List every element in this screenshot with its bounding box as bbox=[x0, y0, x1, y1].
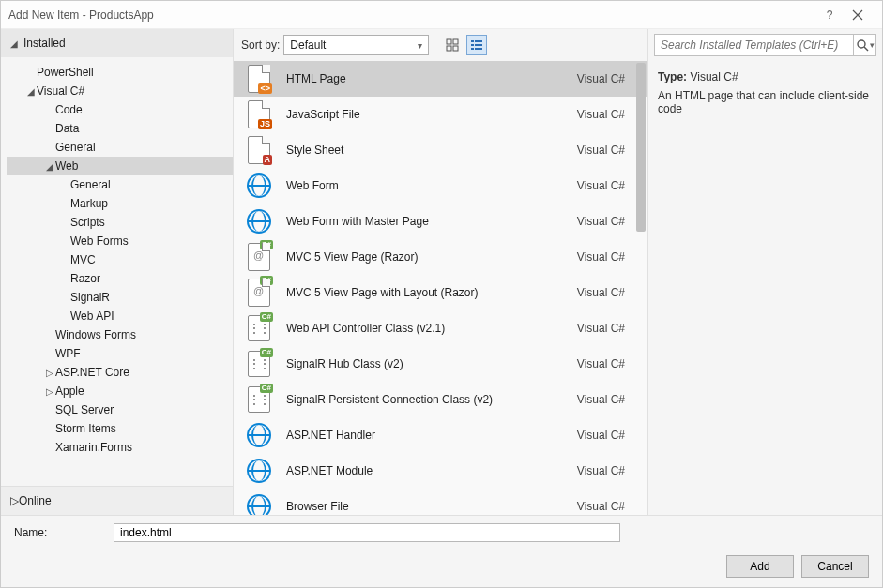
tree-item[interactable]: WPF bbox=[7, 344, 233, 363]
tree-item-label: Markup bbox=[70, 197, 108, 210]
online-header-label: Online bbox=[19, 494, 52, 507]
sort-dropdown[interactable]: Default ▾ bbox=[283, 35, 429, 55]
template-row[interactable]: Web FormVisual C# bbox=[234, 168, 647, 204]
svg-rect-2 bbox=[447, 46, 451, 51]
template-pane: Sort by: Default ▾ <>HTML PageVisual C#J… bbox=[234, 29, 647, 515]
template-row[interactable]: ⋮⋮C#Web API Controller Class (v2.1)Visua… bbox=[234, 310, 647, 346]
template-row[interactable]: <>HTML PageVisual C# bbox=[234, 61, 647, 97]
svg-point-10 bbox=[858, 40, 865, 48]
tree-item-label: General bbox=[70, 178, 111, 191]
sort-label: Sort by: bbox=[241, 38, 280, 52]
template-name: MVC 5 View Page (Razor) bbox=[286, 250, 577, 264]
template-name: Browser File bbox=[286, 500, 577, 513]
online-header[interactable]: ▷ Online bbox=[1, 486, 233, 515]
help-button[interactable]: ? bbox=[818, 8, 841, 22]
tree-item[interactable]: Razor bbox=[7, 269, 233, 288]
tree-item-label: Storm Items bbox=[55, 422, 116, 435]
tree-item[interactable]: PowerShell bbox=[7, 63, 233, 82]
description-pane: Type: Visual C# An HTML page that can in… bbox=[648, 61, 882, 125]
controller-class-icon: ⋮⋮C# bbox=[248, 351, 270, 377]
template-row[interactable]: ASP.NET HandlerVisual C# bbox=[234, 417, 647, 453]
template-row[interactable]: Web Form with Master PageVisual C# bbox=[234, 204, 647, 239]
template-name: SignalR Hub Class (v2) bbox=[286, 357, 577, 370]
svg-rect-1 bbox=[453, 39, 458, 44]
tree-item[interactable]: ▷ASP.NET Core bbox=[7, 363, 233, 382]
tree-item[interactable]: Windows Forms bbox=[7, 325, 233, 344]
tree-item[interactable]: Scripts bbox=[7, 213, 233, 232]
js-file-icon: JS bbox=[248, 100, 270, 128]
search-icon bbox=[856, 38, 869, 52]
view-list-button[interactable] bbox=[466, 35, 487, 55]
cancel-button[interactable]: Cancel bbox=[801, 555, 869, 578]
tree-item[interactable]: Markup bbox=[7, 194, 233, 213]
tree-item-label: SignalR bbox=[70, 291, 110, 304]
chevron-down-icon[interactable]: ◢ bbox=[44, 161, 55, 172]
installed-header[interactable]: ◢ Installed bbox=[1, 29, 233, 57]
template-row[interactable]: AStyle SheetVisual C# bbox=[234, 132, 647, 168]
tree-item-label: Scripts bbox=[70, 216, 105, 229]
tree-item[interactable]: ▷Apple bbox=[7, 382, 233, 400]
titlebar: Add New Item - ProductsApp ? bbox=[1, 1, 882, 29]
tree-item[interactable]: Storm Items bbox=[7, 419, 233, 438]
template-lang: Visual C# bbox=[577, 500, 625, 513]
close-icon[interactable] bbox=[841, 5, 875, 25]
template-row[interactable]: JSJavaScript FileVisual C# bbox=[234, 97, 647, 132]
tree-item-label: Xamarin.Forms bbox=[55, 441, 132, 454]
template-lang: Visual C# bbox=[577, 357, 625, 370]
add-button[interactable]: Add bbox=[726, 555, 794, 578]
tree-item[interactable]: General bbox=[7, 175, 233, 194]
svg-rect-6 bbox=[471, 44, 474, 46]
view-large-icons-button[interactable] bbox=[442, 35, 463, 55]
name-input[interactable] bbox=[114, 523, 620, 542]
globe-icon bbox=[247, 209, 271, 234]
template-row[interactable]: ⋮⋮C#SignalR Hub Class (v2)Visual C# bbox=[234, 346, 647, 382]
name-row: Name: bbox=[10, 523, 873, 542]
template-row[interactable]: ⋮⋮C#SignalR Persistent Connection Class … bbox=[234, 382, 647, 417]
type-value: Visual C# bbox=[690, 70, 738, 83]
search-input[interactable] bbox=[654, 34, 854, 56]
template-name: MVC 5 View Page with Layout (Razor) bbox=[286, 286, 577, 299]
svg-rect-5 bbox=[475, 40, 482, 42]
tree-item[interactable]: SignalR bbox=[7, 288, 233, 307]
template-name: Web API Controller Class (v2.1) bbox=[286, 322, 577, 335]
scrollbar-thumb[interactable] bbox=[636, 63, 646, 232]
template-name: Web Form bbox=[286, 179, 577, 192]
info-pane: ▾ Type: Visual C# An HTML page that can … bbox=[647, 29, 882, 515]
template-lang: Visual C# bbox=[577, 143, 625, 157]
template-row[interactable]: Browser FileVisual C# bbox=[234, 489, 647, 515]
template-lang: Visual C# bbox=[577, 250, 625, 264]
center-toolbar: Sort by: Default ▾ bbox=[234, 29, 647, 61]
tree-item-label: Web Forms bbox=[70, 234, 129, 248]
globe-icon bbox=[247, 494, 271, 515]
tree-item[interactable]: Web Forms bbox=[7, 232, 233, 250]
tree-item[interactable]: Xamarin.Forms bbox=[7, 438, 233, 457]
template-name: SignalR Persistent Connection Class (v2) bbox=[286, 393, 577, 406]
tree-item-label: Visual C# bbox=[37, 84, 84, 98]
template-description: An HTML page that can include client-sid… bbox=[658, 89, 873, 115]
window-title: Add New Item - ProductsApp bbox=[8, 8, 818, 22]
svg-rect-4 bbox=[471, 40, 474, 42]
tree-item[interactable]: General bbox=[7, 138, 233, 157]
tree-item-label: Razor bbox=[70, 272, 100, 285]
html-file-icon: <> bbox=[248, 65, 270, 93]
chevron-right-icon[interactable]: ▷ bbox=[44, 386, 55, 397]
chevron-down-icon[interactable]: ◢ bbox=[25, 86, 37, 97]
template-row[interactable]: @C#MVC 5 View Page with Layout (Razor)Vi… bbox=[234, 275, 647, 310]
template-list[interactable]: <>HTML PageVisual C#JSJavaScript FileVis… bbox=[234, 61, 647, 515]
tree-item[interactable]: Data bbox=[7, 119, 233, 138]
template-row[interactable]: @C#MVC 5 View Page (Razor)Visual C# bbox=[234, 239, 647, 275]
template-row[interactable]: ASP.NET ModuleVisual C# bbox=[234, 453, 647, 489]
controller-class-icon: ⋮⋮C# bbox=[248, 386, 270, 413]
razor-page-icon: @C# bbox=[248, 243, 270, 271]
installed-header-label: Installed bbox=[23, 37, 66, 50]
tree-item[interactable]: ◢Web bbox=[7, 157, 233, 175]
tree-item[interactable]: SQL Server bbox=[7, 400, 233, 419]
name-label: Name: bbox=[10, 526, 104, 539]
tree-item[interactable]: ◢Visual C# bbox=[7, 82, 233, 100]
chevron-right-icon[interactable]: ▷ bbox=[44, 368, 55, 378]
search-button[interactable]: ▾ bbox=[854, 34, 876, 56]
tree-item-label: Windows Forms bbox=[55, 328, 136, 341]
tree-item[interactable]: MVC bbox=[7, 250, 233, 269]
tree-item[interactable]: Web API bbox=[7, 307, 233, 325]
tree-item[interactable]: Code bbox=[7, 100, 233, 119]
